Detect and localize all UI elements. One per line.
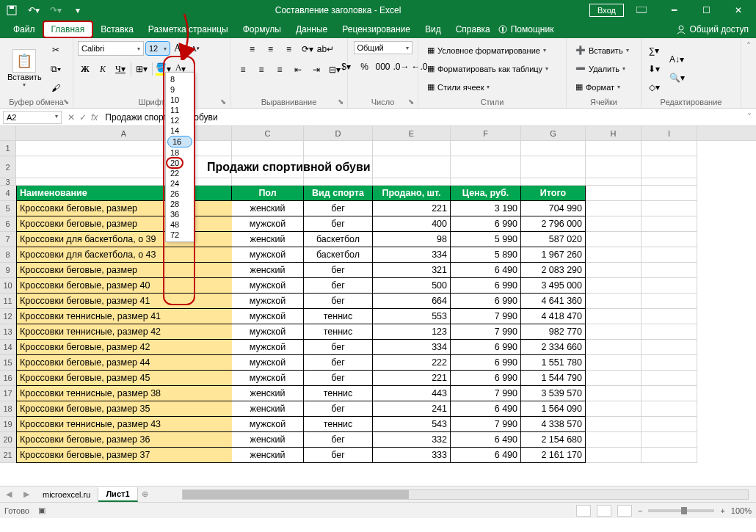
row-header[interactable]: 13 xyxy=(0,324,16,340)
copy-icon[interactable]: ⧉▾ xyxy=(48,61,64,77)
table-cell[interactable]: Кроссовки беговые, размер 37 xyxy=(16,448,232,463)
table-cell[interactable]: мужской xyxy=(232,340,304,355)
table-header[interactable]: Вид спорта xyxy=(304,186,373,201)
expand-formula-icon[interactable]: ˅ xyxy=(743,112,756,123)
row-header[interactable]: 12 xyxy=(0,309,16,324)
row-header[interactable]: 9 xyxy=(0,263,16,278)
cut-icon[interactable]: ✂ xyxy=(48,42,64,58)
number-format-combo[interactable]: Общий▾ xyxy=(354,41,412,54)
percent-format-icon[interactable]: % xyxy=(357,59,373,75)
row-header[interactable]: 6 xyxy=(0,216,16,232)
row-header[interactable]: 1 xyxy=(0,141,16,156)
table-cell[interactable]: женский xyxy=(232,386,304,401)
table-cell[interactable]: 1 564 090 xyxy=(521,401,586,417)
table-cell[interactable]: 704 990 xyxy=(521,201,586,216)
redo-icon[interactable]: ↷▾ xyxy=(47,1,65,19)
row-header[interactable]: 11 xyxy=(0,294,16,309)
cell-styles-button[interactable]: ▦ Стили ячеек▾ xyxy=(423,79,553,95)
table-cell[interactable]: 7 990 xyxy=(451,386,521,401)
table-cell[interactable]: бег xyxy=(304,294,373,309)
save-icon[interactable] xyxy=(3,1,21,19)
align-middle-icon[interactable]: ≡ xyxy=(263,41,279,57)
table-cell[interactable]: 6 490 xyxy=(451,263,521,278)
row-header[interactable]: 19 xyxy=(0,417,16,432)
row-header[interactable]: 4 xyxy=(0,186,16,201)
table-cell[interactable]: 400 xyxy=(373,216,451,232)
insert-cells-button[interactable]: ➕ Вставить▾ xyxy=(571,43,633,59)
sheet-tab[interactable]: Лист1 xyxy=(98,487,137,502)
bold-button[interactable]: Ж xyxy=(78,62,92,76)
normal-view-icon[interactable] xyxy=(576,505,591,517)
table-cell[interactable]: бег xyxy=(304,448,373,463)
tab-home[interactable]: Главная xyxy=(43,21,94,38)
table-cell[interactable]: 7 990 xyxy=(451,324,521,340)
table-cell[interactable]: теннис xyxy=(304,309,373,324)
paste-button[interactable]: 📋 Вставить ▾ xyxy=(4,48,45,90)
table-cell[interactable]: 5 990 xyxy=(451,232,521,247)
table-cell[interactable]: 123 xyxy=(373,324,451,340)
tab-data[interactable]: Данные xyxy=(288,22,335,37)
zoom-in-icon[interactable]: + xyxy=(720,506,724,515)
table-cell[interactable]: мужской xyxy=(232,294,304,309)
name-box[interactable]: A2▾ xyxy=(3,111,62,124)
table-cell[interactable]: 98 xyxy=(373,232,451,247)
table-cell[interactable]: 3 495 000 xyxy=(521,278,586,294)
increase-decimal-icon[interactable]: .0→ xyxy=(393,59,410,75)
wrap-text-icon[interactable]: ab↵ xyxy=(318,41,334,57)
dialog-launcher-icon[interactable]: ⬊ xyxy=(218,96,228,106)
table-cell[interactable]: мужской xyxy=(232,371,304,386)
table-cell[interactable]: 3 190 xyxy=(451,201,521,216)
table-cell[interactable]: 543 xyxy=(373,417,451,432)
table-cell[interactable]: 4 418 470 xyxy=(521,309,586,324)
tell-me[interactable]: Помощник xyxy=(498,24,554,34)
fx-icon[interactable]: fx xyxy=(91,112,98,123)
close-icon[interactable]: ✕ xyxy=(724,0,753,21)
collapse-ribbon-icon[interactable]: ˄ xyxy=(746,41,751,51)
dialog-launcher-icon[interactable]: ⬊ xyxy=(61,96,71,106)
table-cell[interactable]: мужской xyxy=(232,309,304,324)
table-cell[interactable]: Кроссовки беговые, размер xyxy=(16,263,232,278)
table-cell[interactable]: женский xyxy=(232,432,304,448)
undo-icon[interactable]: ↶▾ xyxy=(25,1,43,19)
table-header[interactable]: Цена, руб. xyxy=(451,186,521,201)
table-cell[interactable]: мужской xyxy=(232,216,304,232)
spreadsheet-grid[interactable]: A C D E F G H I 1 2Продажи спортивной об… xyxy=(0,126,756,486)
table-cell[interactable]: 2 083 290 xyxy=(521,263,586,278)
table-cell[interactable]: баскетбол xyxy=(304,232,373,247)
maximize-icon[interactable]: ☐ xyxy=(691,0,721,21)
table-cell[interactable]: 982 770 xyxy=(521,324,586,340)
login-button[interactable]: Вход xyxy=(589,4,624,17)
table-header[interactable]: Наименование xyxy=(16,186,232,201)
table-cell[interactable]: 553 xyxy=(373,309,451,324)
table-cell[interactable]: бег xyxy=(304,340,373,355)
row-header[interactable]: 18 xyxy=(0,401,16,417)
table-cell[interactable]: 321 xyxy=(373,263,451,278)
row-header[interactable]: 14 xyxy=(0,340,16,355)
table-header[interactable]: Итого xyxy=(521,186,586,201)
table-cell[interactable]: 333 xyxy=(373,448,451,463)
table-cell[interactable]: мужской xyxy=(232,417,304,432)
delete-cells-button[interactable]: ➖ Удалить▾ xyxy=(571,61,633,77)
font-name-combo[interactable]: Calibri▾ xyxy=(78,41,144,56)
table-cell[interactable]: 2 161 170 xyxy=(521,448,586,463)
table-cell[interactable]: Кроссовки беговые, размер 41 xyxy=(16,294,232,309)
select-all-corner[interactable] xyxy=(0,126,16,140)
align-bottom-icon[interactable]: ≡ xyxy=(281,41,297,57)
table-cell[interactable]: 587 020 xyxy=(521,232,586,247)
sheet-tab[interactable]: microexcel.ru xyxy=(35,488,98,501)
tab-view[interactable]: Вид xyxy=(418,22,448,37)
table-cell[interactable]: Кроссовки для баскетбола, о 43 xyxy=(16,247,232,263)
zoom-out-icon[interactable]: − xyxy=(638,506,642,515)
table-cell[interactable]: 334 xyxy=(373,247,451,263)
row-header[interactable]: 15 xyxy=(0,355,16,371)
table-cell[interactable]: 6 490 xyxy=(451,432,521,448)
table-cell[interactable]: 5 890 xyxy=(451,247,521,263)
table-cell[interactable]: 443 xyxy=(373,386,451,401)
tab-help[interactable]: Справка xyxy=(448,22,498,37)
col-header[interactable]: D xyxy=(304,126,373,140)
borders-icon[interactable]: ⊞▾ xyxy=(134,62,149,76)
table-cell[interactable]: 221 xyxy=(373,201,451,216)
table-cell[interactable]: 241 xyxy=(373,401,451,417)
row-header[interactable]: 17 xyxy=(0,386,16,401)
zoom-slider[interactable] xyxy=(648,509,714,512)
